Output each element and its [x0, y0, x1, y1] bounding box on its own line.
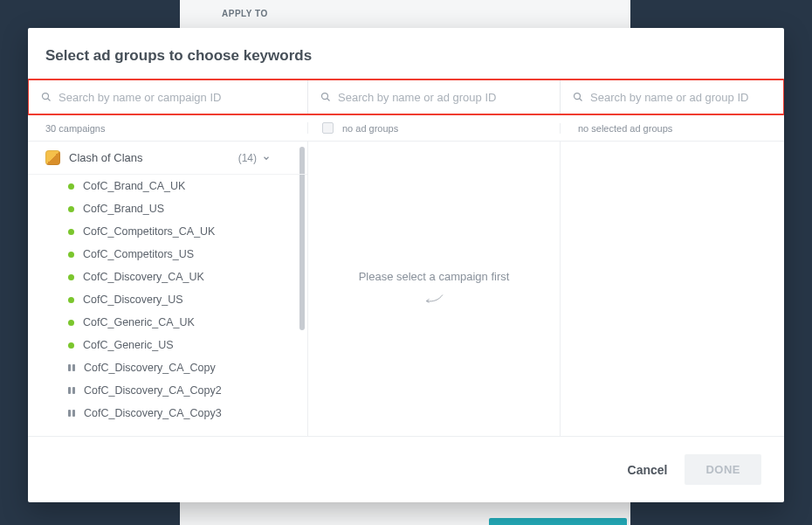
campaign-name-label: CofC_Discovery_CA_Copy [84, 362, 216, 374]
adgroups-column: Please select a campaign first [307, 142, 560, 436]
campaign-name-label: CofC_Brand_US [83, 203, 164, 215]
campaign-row[interactable]: CofC_Discovery_CA_Copy [28, 356, 307, 379]
search-row-highlight [28, 79, 784, 115]
search-campaigns-input[interactable] [58, 91, 295, 104]
chevron-down-icon [262, 154, 271, 162]
status-paused-icon [68, 410, 75, 417]
campaign-name-label: CofC_Discovery_CA_UK [83, 271, 204, 283]
search-adgroups-cell[interactable] [308, 80, 561, 114]
done-button[interactable]: DONE [685, 454, 761, 485]
selected-count-label: no selected ad groups [560, 123, 784, 134]
status-live-icon [68, 252, 74, 258]
search-adgroups-input[interactable] [338, 91, 547, 104]
status-live-icon [68, 342, 74, 349]
campaign-name-label: CofC_Competitors_CA_UK [83, 225, 215, 238]
search-icon [573, 92, 583, 102]
status-live-icon [68, 183, 74, 190]
campaign-row[interactable]: CofC_Discovery_CA_Copy2 [28, 379, 307, 402]
modal-title: Select ad groups to choose keywords [28, 28, 784, 79]
app-row[interactable]: Clash of Clans (14) [28, 142, 307, 175]
status-live-icon [68, 274, 74, 280]
campaign-name-label: CofC_Brand_CA_UK [83, 180, 185, 192]
campaign-row[interactable]: CofC_Discovery_CA_Copy3 [28, 402, 307, 425]
search-selected-input[interactable] [590, 91, 771, 104]
status-paused-icon [68, 387, 75, 394]
search-icon [41, 92, 52, 102]
app-name-label: Clash of Clans [69, 151, 143, 164]
search-icon [320, 92, 331, 102]
curved-arrow-icon [424, 292, 444, 307]
svg-line-1 [48, 99, 51, 101]
campaigns-count-label: 30 campaigns [28, 123, 307, 134]
campaign-row[interactable]: CofC_Brand_CA_UK [28, 175, 307, 197]
campaign-name-label: CofC_Discovery_US [83, 294, 183, 306]
campaign-list: CofC_Brand_CA_UKCofC_Brand_USCofC_Compet… [28, 175, 307, 425]
app-campaign-count: (14) [238, 152, 271, 164]
campaign-row[interactable]: CofC_Competitors_CA_UK [28, 220, 307, 243]
campaign-row[interactable]: CofC_Generic_CA_UK [28, 311, 307, 334]
background-accent [489, 518, 627, 525]
select-all-checkbox[interactable] [322, 122, 334, 134]
adgroups-count-cell: no ad groups [307, 122, 560, 134]
search-selected-cell[interactable] [561, 80, 783, 114]
select-ad-groups-modal: Select ad groups to choose keywords 30 c… [28, 28, 784, 502]
campaign-name-label: CofC_Discovery_CA_Copy3 [84, 407, 222, 419]
campaign-row[interactable]: CofC_Discovery_CA_UK [28, 266, 307, 288]
svg-line-3 [327, 99, 330, 101]
svg-point-0 [43, 93, 49, 100]
status-live-icon [68, 206, 74, 212]
empty-state-message: Please select a campaign first [359, 270, 510, 283]
status-live-icon [68, 320, 74, 326]
modal-footer: Cancel DONE [28, 436, 784, 502]
status-paused-icon [68, 364, 75, 371]
apply-to-label: APPLY TO [222, 9, 268, 18]
adgroups-count-label: no ad groups [342, 123, 398, 134]
campaign-row[interactable]: CofC_Discovery_US [28, 288, 307, 311]
campaign-name-label: CofC_Generic_US [83, 339, 174, 351]
modal-body: Clash of Clans (14) CofC_Brand_CA_UKCofC… [28, 142, 784, 436]
svg-line-5 [580, 99, 582, 101]
cancel-button[interactable]: Cancel [628, 463, 668, 477]
search-campaigns-cell[interactable] [29, 80, 308, 114]
svg-point-4 [575, 93, 581, 100]
selected-column [560, 142, 784, 436]
status-live-icon [68, 229, 74, 235]
status-live-icon [68, 297, 74, 303]
app-icon [45, 150, 60, 165]
campaign-row[interactable]: CofC_Competitors_US [28, 243, 307, 266]
campaign-row[interactable]: CofC_Brand_US [28, 197, 307, 220]
campaign-name-label: CofC_Discovery_CA_Copy2 [84, 384, 222, 397]
campaigns-column: Clash of Clans (14) CofC_Brand_CA_UKCofC… [28, 142, 307, 436]
campaign-name-label: CofC_Competitors_US [83, 248, 194, 260]
campaign-name-label: CofC_Generic_CA_UK [83, 316, 195, 328]
campaign-row[interactable]: CofC_Generic_US [28, 334, 307, 356]
svg-point-2 [322, 93, 328, 100]
column-headers: 30 campaigns no ad groups no selected ad… [28, 115, 784, 142]
